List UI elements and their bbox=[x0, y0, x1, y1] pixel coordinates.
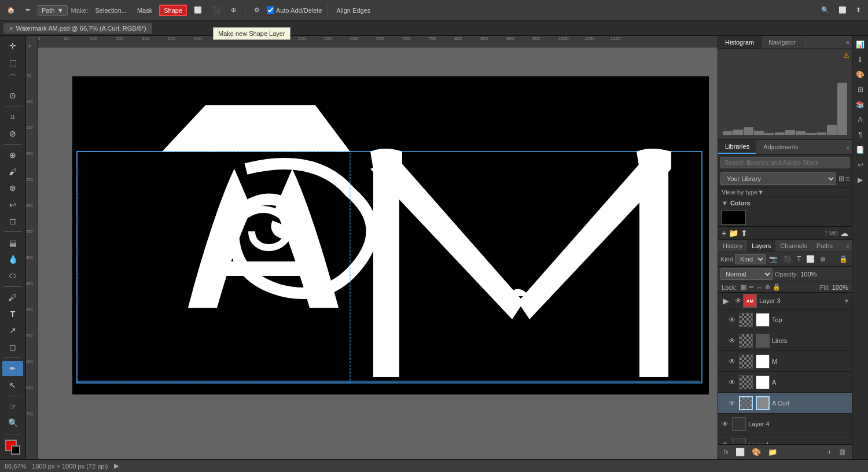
far-right-info-btn[interactable]: ℹ bbox=[854, 53, 867, 66]
a-layer-eye[interactable]: 👁 bbox=[727, 378, 737, 386]
auto-add-delete-checkbox[interactable] bbox=[267, 6, 274, 14]
adjustments-tab[interactable]: Adjustments bbox=[756, 141, 806, 153]
lines-layer-row[interactable]: 👁 Lines bbox=[718, 330, 852, 351]
auto-add-delete-label[interactable]: Auto Add/Delete bbox=[267, 6, 322, 14]
right-top-collapse[interactable]: ≡ bbox=[844, 36, 852, 49]
crop-tool[interactable]: ⌗ bbox=[2, 109, 23, 125]
far-right-actions-btn[interactable]: ▶ bbox=[854, 174, 867, 186]
layer-mask-btn[interactable]: ⬜ bbox=[733, 447, 747, 458]
filter-pixel-btn[interactable]: 📷 bbox=[767, 255, 779, 264]
top-layer-row[interactable]: 👁 Top bbox=[718, 309, 852, 330]
paths-tab[interactable]: Paths bbox=[812, 240, 837, 252]
a-layer-row[interactable]: 👁 A bbox=[718, 372, 852, 393]
combine-shape-btn[interactable]: ⬜ bbox=[190, 5, 205, 15]
top-layer-eye[interactable]: 👁 bbox=[727, 316, 737, 324]
filter-type-btn[interactable]: T bbox=[795, 255, 803, 264]
fill-value[interactable]: 100% bbox=[832, 284, 848, 291]
filter-adjustment-btn[interactable]: ⚫ bbox=[781, 255, 793, 264]
layer-add-btn[interactable]: + bbox=[825, 447, 834, 458]
lock-artboard-btn[interactable]: ⊛ bbox=[765, 283, 770, 291]
layer-play-btn[interactable]: ▶ bbox=[720, 295, 731, 307]
gradient-tool[interactable]: ▤ bbox=[2, 235, 23, 250]
marquee-tool[interactable]: ⬚ bbox=[2, 55, 23, 71]
canvas-content[interactable] bbox=[38, 47, 718, 459]
clone-tool[interactable]: ⊛ bbox=[2, 180, 23, 196]
blend-mode-select[interactable]: Normal bbox=[720, 268, 773, 280]
type-tool[interactable]: T bbox=[2, 306, 23, 322]
layer4-row[interactable]: 👁 Layer 4 bbox=[718, 414, 852, 434]
filter-kind-select[interactable]: Kind bbox=[735, 254, 766, 264]
lib-upload-btn[interactable]: ⬆ bbox=[741, 228, 748, 238]
histogram-tab[interactable]: Histogram bbox=[718, 36, 762, 49]
status-arrow[interactable]: ▶ bbox=[114, 462, 119, 470]
layer-group-row[interactable]: ▶ 👁 AM Layer 3 ▼ bbox=[718, 293, 852, 309]
layers-collapse-btn[interactable]: ≡ bbox=[844, 242, 852, 250]
lib-add-btn[interactable]: + bbox=[722, 228, 726, 238]
layer3-eye[interactable]: 👁 bbox=[734, 297, 743, 305]
lines-layer-eye[interactable]: 👁 bbox=[727, 337, 737, 345]
align-edges-btn[interactable]: Align Edges bbox=[333, 6, 374, 15]
share-btn[interactable]: ⬆ bbox=[852, 5, 865, 15]
m-layer-row[interactable]: 👁 M bbox=[718, 351, 852, 372]
direct-select-tool[interactable]: ↖ bbox=[2, 377, 23, 393]
lib-search-input[interactable] bbox=[720, 157, 849, 168]
lock-position-btn[interactable]: ↔ bbox=[756, 284, 763, 291]
history-brush-tool[interactable]: ↩ bbox=[2, 197, 23, 212]
layer4-eye[interactable]: 👁 bbox=[720, 420, 730, 428]
healing-tool[interactable]: ⊕ bbox=[2, 148, 23, 163]
far-right-history-btn[interactable]: ↩ bbox=[854, 158, 867, 171]
intersect-shape-btn[interactable]: ⊕ bbox=[227, 5, 240, 15]
brush-tool[interactable]: 🖌 bbox=[2, 164, 23, 179]
layer1-row[interactable]: 👁 Layer 1 bbox=[718, 434, 852, 444]
eyedropper-tool[interactable]: ⊘ bbox=[2, 126, 23, 141]
filter-toggle-btn[interactable]: 🔒 bbox=[837, 255, 849, 264]
m-layer-eye[interactable]: 👁 bbox=[727, 357, 737, 366]
canvas-area[interactable]: 0 50 100 150 200 250 300 350 400 450 500… bbox=[26, 36, 718, 459]
layer-adjustment-btn[interactable]: 🎨 bbox=[749, 447, 763, 458]
lock-all-btn[interactable]: 🔒 bbox=[773, 283, 781, 291]
lock-image-btn[interactable]: ✏ bbox=[749, 283, 754, 291]
lib-list-view-btn[interactable]: ≡ bbox=[845, 175, 849, 183]
navigator-tab[interactable]: Navigator bbox=[762, 36, 803, 49]
libraries-tab[interactable]: Libraries bbox=[718, 140, 756, 154]
channels-tab[interactable]: Channels bbox=[775, 240, 811, 252]
pen-path-tool[interactable]: ✒ bbox=[2, 361, 23, 377]
tool-icon-btn[interactable]: ✒ bbox=[22, 5, 34, 15]
lasso-tool[interactable]: ⌒ bbox=[2, 71, 23, 87]
lib-collapse-btn[interactable]: ≡ bbox=[844, 143, 852, 152]
hand-tool[interactable]: ☞ bbox=[2, 399, 23, 415]
far-right-color-btn[interactable]: 🎨 bbox=[854, 68, 867, 81]
far-right-para-btn[interactable]: ¶ bbox=[854, 128, 867, 141]
library-dropdown[interactable]: Your Library bbox=[720, 172, 836, 185]
path-dropdown[interactable]: Path ▼ bbox=[38, 5, 68, 16]
opacity-value[interactable]: 100% bbox=[800, 271, 821, 278]
lib-folder-btn[interactable]: 📁 bbox=[729, 228, 738, 238]
mask-btn[interactable]: Mask bbox=[134, 6, 156, 15]
settings-btn[interactable]: ⚙ bbox=[251, 5, 263, 15]
lock-pixels-btn[interactable]: ▦ bbox=[741, 283, 746, 291]
shape-btn[interactable]: Shape bbox=[159, 5, 187, 16]
selection-btn[interactable]: Selection... bbox=[92, 6, 130, 15]
shape-tool[interactable]: ◻ bbox=[2, 339, 23, 355]
layer-delete-btn[interactable]: 🗑 bbox=[836, 447, 848, 458]
filter-smart-btn[interactable]: ⊕ bbox=[818, 255, 827, 264]
pen-tool[interactable]: 🖋 bbox=[2, 290, 23, 305]
app-home-btn[interactable]: 🏠 bbox=[3, 5, 19, 15]
lib-grid-view-btn[interactable]: ⊞ bbox=[838, 175, 844, 183]
canvas-document[interactable] bbox=[72, 76, 709, 394]
subtract-shape-btn[interactable]: ⬛ bbox=[209, 5, 224, 15]
lib-cloud-btn[interactable]: ☁ bbox=[840, 228, 848, 238]
document-tab[interactable]: × Watermark AM.psd @ 66,7% (A Curl, RGB/… bbox=[3, 23, 152, 34]
layer-fx-btn[interactable]: fx bbox=[722, 448, 731, 456]
screen-mode-btn[interactable]: ⬜ bbox=[835, 5, 850, 15]
a-curl-layer-row[interactable]: 👁 A Curl bbox=[718, 393, 852, 414]
quick-select-tool[interactable]: ⊙ bbox=[2, 88, 23, 104]
layer3-expand[interactable]: ▼ bbox=[844, 298, 849, 304]
far-right-libraries-btn[interactable]: 📚 bbox=[854, 98, 867, 111]
move-tool[interactable]: ✛ bbox=[2, 38, 23, 54]
black-color-swatch[interactable] bbox=[722, 210, 746, 225]
filter-shape-btn[interactable]: ⬜ bbox=[804, 255, 816, 264]
layer-group-btn[interactable]: 📁 bbox=[766, 447, 779, 458]
far-right-swatches-btn[interactable]: ⊞ bbox=[854, 83, 867, 96]
far-right-layers-btn[interactable]: 📑 bbox=[854, 143, 867, 156]
